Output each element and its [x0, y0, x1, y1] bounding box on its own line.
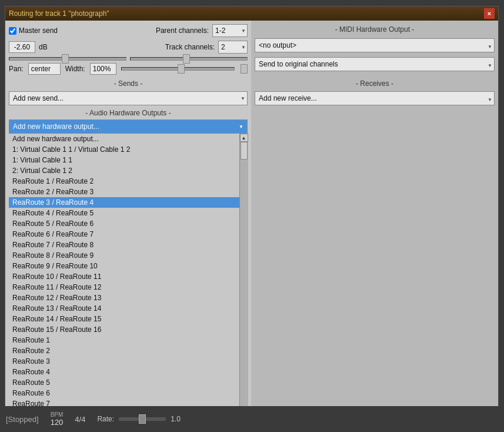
- list-item[interactable]: ReaRoute 5 / ReaRoute 6: [9, 218, 239, 229]
- hw-output-trigger-wrapper: Add new hardware output... ▼: [9, 119, 248, 134]
- rate-slider[interactable]: [119, 417, 166, 421]
- volume-slider2-container[interactable]: [130, 57, 248, 61]
- list-item[interactable]: 1: Virtual Cable 1 1: [9, 155, 239, 165]
- scrollbar-up-arrow[interactable]: ▲: [240, 134, 248, 142]
- close-button[interactable]: ×: [484, 8, 495, 19]
- width-slider-thumb[interactable]: [241, 64, 248, 74]
- list-item[interactable]: ReaRoute 8 / ReaRoute 9: [9, 250, 239, 261]
- db-track-row: -2.60 dB Track channels: 2 4: [9, 41, 248, 54]
- hw-output-list-container: Add new hardware output...1: Virtual Cab…: [9, 134, 248, 432]
- parent-channels-label: Parent channels:: [156, 26, 209, 35]
- list-item[interactable]: ReaRoute 2: [9, 345, 239, 356]
- bpm-section: BPM 120: [51, 411, 64, 427]
- left-panel: Master send Parent channels: 1-2 3-4 -2.…: [5, 21, 251, 432]
- list-item[interactable]: ReaRoute 12 / ReaRoute 13: [9, 293, 239, 303]
- stopped-label: [Stopped]: [6, 415, 39, 424]
- volume-slider-track[interactable]: [9, 57, 126, 61]
- rate-section: Rate: 1.0: [97, 415, 180, 423]
- add-receive-wrapper[interactable]: Add new receive...: [255, 91, 495, 108]
- sends-header: - Sends -: [9, 78, 248, 89]
- hw-output-arrow: ▼: [239, 124, 243, 129]
- pan-input[interactable]: center: [28, 63, 61, 75]
- track-channels-label: Track channels:: [165, 43, 215, 51]
- scrollbar-thumb[interactable]: [241, 142, 248, 159]
- list-item[interactable]: ReaRoute 15 / ReaRoute 16: [9, 324, 239, 335]
- list-item[interactable]: ReaRoute 6: [9, 388, 239, 398]
- list-item[interactable]: ReaRoute 1: [9, 335, 239, 345]
- bpm-label: BPM: [51, 411, 64, 418]
- db-input[interactable]: -2.60: [9, 41, 35, 53]
- hw-output-scrollbar[interactable]: ▲ ▼: [239, 134, 248, 432]
- send-to-channels-select[interactable]: Send to original channels: [255, 57, 495, 71]
- list-item[interactable]: Add new hardware output...: [9, 134, 239, 144]
- track-channels-wrapper: 2 4: [218, 41, 248, 54]
- receives-header: - Receives -: [255, 78, 495, 89]
- top-row: Master send Parent channels: 1-2 3-4: [9, 24, 248, 37]
- pan-label: Pan:: [9, 65, 24, 73]
- volume-slider-container[interactable]: [9, 57, 126, 61]
- list-item[interactable]: ReaRoute 3: [9, 356, 239, 367]
- list-item[interactable]: ReaRoute 4: [9, 367, 239, 377]
- list-item[interactable]: ReaRoute 3 / ReaRoute 4: [9, 197, 239, 208]
- bpm-value: 120: [51, 418, 64, 427]
- list-item[interactable]: 2: Virtual Cable 1 2: [9, 165, 239, 176]
- list-item[interactable]: ReaRoute 7 / ReaRoute 8: [9, 240, 239, 250]
- pan-width-slider-track[interactable]: [121, 67, 235, 71]
- pan-width-slider-container[interactable]: [121, 67, 235, 71]
- width-label: Width:: [65, 65, 85, 73]
- hw-outputs-section: - Audio Hardware Outputs - Add new hardw…: [9, 109, 248, 432]
- list-item[interactable]: ReaRoute 1 / ReaRoute 2: [9, 176, 239, 187]
- width-input[interactable]: 100%: [90, 63, 116, 75]
- status-bar: [Stopped] BPM 120 4/4 Rate: 1.0: [0, 406, 504, 432]
- list-item[interactable]: 1: Virtual Cable 1 1 / Virtual Cable 1 2: [9, 144, 239, 155]
- list-item[interactable]: ReaRoute 4 / ReaRoute 5: [9, 208, 239, 218]
- track-channels-select[interactable]: 2 4: [218, 41, 248, 54]
- list-item[interactable]: ReaRoute 5: [9, 377, 239, 388]
- list-item[interactable]: ReaRoute 6 / ReaRoute 7: [9, 229, 239, 240]
- routing-window: Routing for track 1 "photograph" × Maste…: [5, 6, 499, 432]
- add-send-wrapper[interactable]: Add new send...: [9, 91, 248, 105]
- db-unit: dB: [39, 43, 48, 51]
- parent-channels-wrapper: 1-2 3-4: [212, 24, 248, 37]
- no-output-select[interactable]: <no output>: [255, 38, 495, 52]
- window-title: Routing for track 1 "photograph": [9, 9, 109, 18]
- list-item[interactable]: ReaRoute 11 / ReaRoute 12: [9, 282, 239, 293]
- list-item[interactable]: ReaRoute 10 / ReaRoute 11: [9, 271, 239, 282]
- volume-slider-row: [9, 57, 248, 61]
- title-bar: Routing for track 1 "photograph" ×: [5, 6, 498, 21]
- hw-output-list: Add new hardware output...1: Virtual Cab…: [9, 134, 239, 432]
- pan-slider-thumb[interactable]: [178, 64, 185, 74]
- scrollbar-track: [240, 142, 248, 432]
- master-send-label[interactable]: Master send: [9, 26, 58, 35]
- volume-slider2-track[interactable]: [130, 57, 248, 61]
- main-content: Master send Parent channels: 1-2 3-4 -2.…: [5, 21, 498, 432]
- list-item[interactable]: ReaRoute 13 / ReaRoute 14: [9, 303, 239, 314]
- master-send-checkbox[interactable]: [9, 27, 16, 35]
- hw-output-trigger-label: Add new hardware output...: [13, 122, 99, 131]
- parent-channels-select[interactable]: 1-2 3-4: [212, 24, 248, 37]
- volume-slider2-thumb[interactable]: [183, 54, 190, 64]
- list-item[interactable]: ReaRoute 2 / ReaRoute 3: [9, 187, 239, 197]
- add-send-select[interactable]: Add new send...: [9, 91, 248, 105]
- list-item[interactable]: ReaRoute 14 / ReaRoute 15: [9, 314, 239, 324]
- volume-slider-thumb[interactable]: [62, 54, 69, 64]
- rate-slider-thumb[interactable]: [139, 414, 146, 424]
- no-output-wrapper[interactable]: <no output>: [255, 38, 495, 55]
- midi-header: - MIDI Hardware Output -: [255, 24, 495, 35]
- add-receive-select[interactable]: Add new receive...: [255, 91, 495, 105]
- rate-value: 1.0: [171, 415, 181, 423]
- time-sig: 4/4: [75, 415, 85, 424]
- rate-label: Rate:: [97, 415, 114, 423]
- hw-outputs-header: - Audio Hardware Outputs -: [9, 109, 248, 117]
- right-panel: - MIDI Hardware Output - <no output> Sen…: [251, 21, 498, 432]
- list-item[interactable]: ReaRoute 9 / ReaRoute 10: [9, 261, 239, 271]
- pan-width-row: Pan: center Width: 100%: [9, 63, 248, 75]
- send-to-channels-wrapper[interactable]: Send to original channels: [255, 57, 495, 74]
- hw-output-trigger[interactable]: Add new hardware output... ▼: [9, 119, 248, 134]
